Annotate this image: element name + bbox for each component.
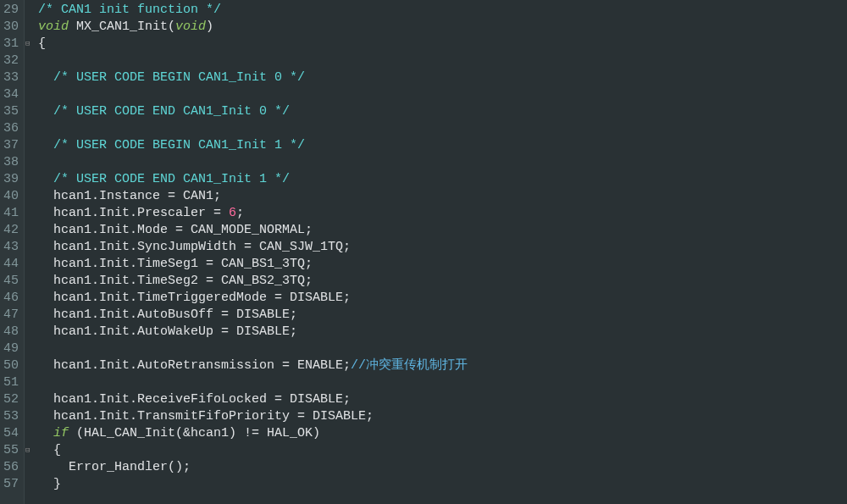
code-token: hcan1.Init.AutoBusOff = DISABLE;: [38, 307, 297, 322]
line-number: 33: [3, 69, 19, 86]
fold-toggle-icon[interactable]: ⊟: [25, 36, 30, 53]
code-token: hcan1.Init.Prescaler =: [38, 206, 229, 220]
line-number: 54: [3, 425, 19, 442]
code-token: [38, 426, 53, 440]
code-token: hcan1.Init.AutoRetransmission = ENABLE;: [38, 358, 351, 373]
code-line: [38, 53, 847, 69]
code-token: hcan1.Init.TimeTriggeredMode = DISABLE;: [38, 291, 351, 305]
line-number: 46: [3, 290, 19, 307]
line-number: 50: [3, 357, 19, 374]
code-token: ): [206, 19, 213, 34]
code-line: /* USER CODE BEGIN CAN1_Init 1 */: [38, 137, 847, 154]
code-token: hcan1.Init.SyncJumpWidth = CAN_SJW_1TQ;: [38, 240, 351, 254]
line-number: 30: [3, 19, 19, 36]
line-number-gutter: 2930313233343536373839404142434445464748…: [0, 0, 25, 504]
fold-column: ⊟⊟: [25, 0, 36, 504]
code-token: hcan1.Init.Mode = CAN_MODE_NORMAL;: [38, 223, 313, 237]
code-token: Error_Handler();: [38, 460, 191, 474]
code-token: {: [38, 36, 46, 51]
code-line: hcan1.Init.AutoBusOff = DISABLE;: [38, 307, 847, 324]
code-token: hcan1.Init.TimeSeg1 = CAN_BS1_3TQ;: [38, 257, 313, 271]
code-line: [38, 154, 847, 171]
code-line: Error_Handler();: [38, 459, 847, 476]
code-token: [69, 19, 76, 34]
code-line: hcan1.Init.SyncJumpWidth = CAN_SJW_1TQ;: [38, 239, 847, 256]
line-number: 37: [3, 137, 19, 154]
code-token: /* USER CODE BEGIN CAN1_Init 1 */: [53, 138, 305, 152]
code-token: [38, 70, 53, 85]
line-number: 29: [3, 2, 19, 19]
line-number: 35: [3, 103, 19, 120]
code-line: }: [38, 476, 847, 493]
code-token: [38, 138, 53, 152]
code-line: hcan1.Init.TransmitFifoPriority = DISABL…: [38, 408, 847, 425]
line-number: 52: [3, 391, 19, 408]
line-number: 55: [3, 442, 19, 459]
line-number: 41: [3, 205, 19, 222]
code-line: hcan1.Instance = CAN1;: [38, 188, 847, 205]
line-number: 31: [3, 36, 19, 53]
line-number: 42: [3, 222, 19, 239]
code-line: [38, 341, 847, 357]
code-token: /* USER CODE END CAN1_Init 0 */: [53, 104, 290, 119]
line-number: 32: [3, 53, 19, 69]
line-number: 44: [3, 256, 19, 273]
line-number: 53: [3, 408, 19, 425]
code-token: void: [38, 19, 69, 34]
code-token: ;: [236, 206, 244, 220]
code-line: /* USER CODE END CAN1_Init 0 */: [38, 103, 847, 120]
code-token: [38, 104, 53, 119]
line-number: 51: [3, 374, 19, 391]
code-area[interactable]: /* CAN1 init function */void MX_CAN1_Ini…: [36, 0, 847, 504]
line-number: 43: [3, 239, 19, 256]
line-number: 39: [3, 171, 19, 188]
code-token: hcan1.Init.ReceiveFifoLocked = DISABLE;: [38, 392, 351, 407]
code-line: /* USER CODE BEGIN CAN1_Init 0 */: [38, 69, 847, 86]
fold-toggle-icon[interactable]: ⊟: [25, 442, 30, 459]
code-line: [38, 374, 847, 391]
code-line: hcan1.Init.ReceiveFifoLocked = DISABLE;: [38, 391, 847, 408]
line-number: 56: [3, 459, 19, 476]
code-line: void MX_CAN1_Init(void): [38, 19, 847, 36]
line-number: 40: [3, 188, 19, 205]
code-token: /* USER CODE BEGIN CAN1_Init 0 */: [53, 70, 305, 85]
line-number: 45: [3, 273, 19, 290]
code-line: [38, 86, 847, 103]
code-line: if (HAL_CAN_Init(&hcan1) != HAL_OK): [38, 425, 847, 442]
code-line: /* USER CODE END CAN1_Init 1 */: [38, 171, 847, 188]
line-number: 34: [3, 86, 19, 103]
line-number: 47: [3, 307, 19, 324]
code-line: {: [38, 442, 847, 459]
code-token: (HAL_CAN_Init(&hcan1) != HAL_OK): [69, 426, 320, 440]
code-token: //冲突重传机制打开: [351, 358, 468, 373]
line-number: 48: [3, 324, 19, 341]
code-token: [38, 172, 53, 186]
code-token: {: [38, 443, 61, 457]
code-token: }: [38, 477, 61, 491]
code-token: 6: [229, 206, 236, 220]
line-number: 57: [3, 476, 19, 493]
line-number: 38: [3, 154, 19, 171]
code-token: hcan1.Init.AutoWakeUp = DISABLE;: [38, 324, 297, 339]
code-line: hcan1.Init.TimeSeg1 = CAN_BS1_3TQ;: [38, 256, 847, 273]
code-token: hcan1.Instance = CAN1;: [38, 189, 221, 203]
code-line: /* CAN1 init function */: [38, 2, 847, 19]
code-token: hcan1.Init.TimeSeg2 = CAN_BS2_3TQ;: [38, 274, 313, 288]
code-line: [38, 120, 847, 137]
code-line: hcan1.Init.Mode = CAN_MODE_NORMAL;: [38, 222, 847, 239]
code-token: if: [53, 426, 69, 440]
code-token: MX_CAN1_Init: [76, 19, 168, 34]
code-line: {: [38, 36, 847, 53]
code-line: hcan1.Init.TimeSeg2 = CAN_BS2_3TQ;: [38, 273, 847, 290]
line-number: 49: [3, 341, 19, 357]
line-number: 36: [3, 120, 19, 137]
code-line: hcan1.Init.AutoRetransmission = ENABLE;/…: [38, 357, 847, 374]
code-token: /* USER CODE END CAN1_Init 1 */: [53, 172, 290, 186]
code-token: (: [168, 19, 175, 34]
code-token: hcan1.Init.TransmitFifoPriority = DISABL…: [38, 409, 374, 424]
code-line: hcan1.Init.AutoWakeUp = DISABLE;: [38, 324, 847, 341]
code-token: /* CAN1 init function */: [38, 3, 221, 17]
code-token: void: [175, 19, 206, 34]
code-line: hcan1.Init.Prescaler = 6;: [38, 205, 847, 222]
code-line: hcan1.Init.TimeTriggeredMode = DISABLE;: [38, 290, 847, 307]
